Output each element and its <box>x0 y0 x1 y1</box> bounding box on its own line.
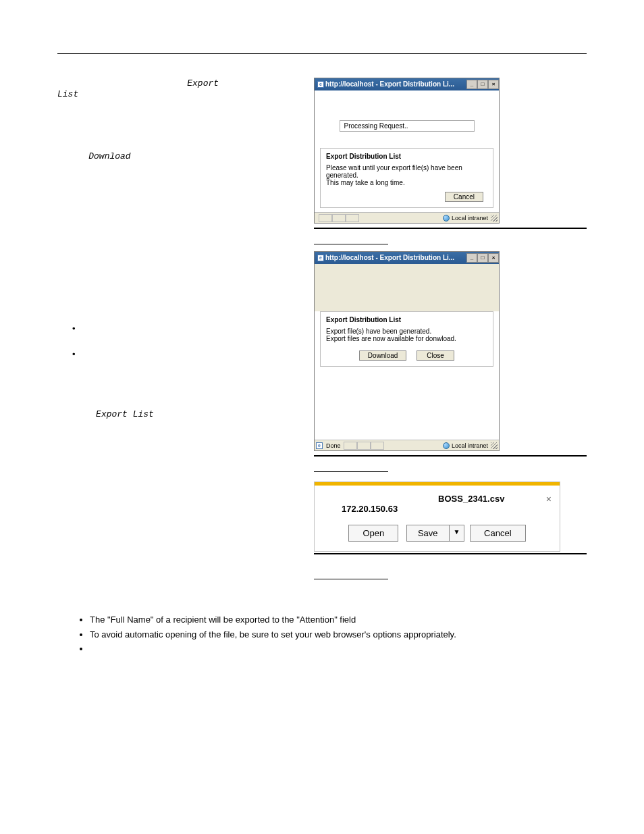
fig2-prefix: Figure 7-35 <box>314 461 359 470</box>
dl-mid: from <box>507 494 525 504</box>
download-word: Download <box>88 151 130 161</box>
fig3-prefix: Figure 7-36 <box>314 558 359 568</box>
download-progress-dialog: e http://localhost - Export Distribution… <box>314 251 500 451</box>
ie-icon: e <box>317 255 324 261</box>
zone-text: Local intranet <box>452 215 488 221</box>
processing-box: Processing Request.. <box>340 120 475 132</box>
step5-cancel: Cancel <box>196 88 225 99</box>
dialog2-msg2: Export files are now available for donwl… <box>326 335 487 342</box>
chapter-title: Distribution List Maintenance <box>481 14 587 23</box>
export-processing-dialog: e http://localhost - Export Distribution… <box>314 78 500 224</box>
done-icon: e <box>316 442 323 449</box>
note3-e: for an explanation and a list of fields … <box>207 656 410 666</box>
note-item: The "Full Name" of a recipient will be e… <box>90 614 587 626</box>
dl-open-button[interactable]: Open <box>348 525 398 542</box>
status-cell <box>371 442 384 450</box>
dialog2-msg1: Export file(s) have been generated. <box>326 328 487 335</box>
chapter-prefix: Chapter 7: <box>443 14 481 23</box>
status-cell <box>319 214 332 222</box>
done-text: Done <box>326 442 341 449</box>
step5-pre: 5. A second window opens. Click <box>57 78 185 88</box>
minimize-button[interactable]: _ <box>466 253 477 263</box>
bullet-marker: • <box>57 349 78 369</box>
bullet-save: Click Save or Save As to save the file t… <box>78 349 306 369</box>
status-cell <box>357 442 371 450</box>
dialog2-download-button[interactable]: Download <box>359 350 406 361</box>
bullet-marker: • <box>57 323 77 344</box>
fig1-title: Export Distribution List Processing Wind… <box>359 233 529 242</box>
resize-grip[interactable] <box>491 215 498 221</box>
step5-t1: to begin the process. Or click <box>81 88 196 99</box>
dialog2-fieldset-title: Export Distribution List <box>326 316 487 323</box>
step7-pre: 7. On the <box>57 409 96 419</box>
dl-pretext: Do you want to open or save <box>324 494 438 504</box>
zone-icon <box>443 442 450 449</box>
file-download-bar: Do you want to open or save BOSS_2341.cs… <box>314 481 560 552</box>
step6-pre: 6. Click <box>57 151 88 161</box>
note-item: Only the General tab fields will be expo… <box>90 643 587 667</box>
exportlist-word: Export List <box>96 409 154 419</box>
close-button[interactable]: × <box>488 253 499 263</box>
resize-grip[interactable] <box>491 442 498 449</box>
dl-save-button[interactable]: Save <box>406 525 450 542</box>
dialog1-cancel-button[interactable]: Cancel <box>445 192 483 202</box>
dialog1-msg2: This may take a long time. <box>326 179 487 186</box>
note3-a: Only the <box>90 644 125 654</box>
fig3-example: (example) <box>314 568 587 577</box>
export-word: Export <box>187 78 219 88</box>
fig2-title: Download Progress Window <box>359 461 468 470</box>
bullet-open: Click Open to open the file in an applic… <box>77 323 306 344</box>
dialog1-title: http://localhost - Export Distribution L… <box>325 78 466 90</box>
status-cell <box>346 214 359 222</box>
close-button[interactable]: × <box>488 80 499 89</box>
dl-host: 172.20.150.63 <box>342 504 398 514</box>
minimize-button[interactable]: _ <box>466 80 477 89</box>
dl-close-icon[interactable]: × <box>546 494 552 504</box>
dl-tail: ? <box>400 504 405 514</box>
dialog2-title: http://localhost - Export Distribution L… <box>325 252 466 264</box>
dl-filename: BOSS_2341.csv <box>438 494 504 504</box>
maximize-button[interactable]: □ <box>477 80 488 89</box>
list-word: List <box>57 89 78 99</box>
dialog1-msg1: Please wait until your export file(s) ha… <box>326 164 487 179</box>
notes-heading: Notes: <box>57 600 587 610</box>
note-item: To avoid automatic opening of the file, … <box>90 629 587 641</box>
step5-body: 5. A second window opens. Click Export L… <box>57 78 299 120</box>
status-cell <box>332 214 346 222</box>
dialog2-close-button[interactable]: Close <box>417 350 454 361</box>
dl-save-dropdown[interactable]: ▼ <box>450 525 465 542</box>
fig3-title: File Download Open/Save Window Example <box>359 558 527 568</box>
step7-close: Close <box>209 409 233 419</box>
header-divider <box>57 53 587 54</box>
note3-b: General <box>125 644 157 654</box>
zone-text: Local intranet <box>452 442 488 449</box>
step7-mid: window, click <box>157 409 210 419</box>
zone-icon <box>443 215 450 221</box>
note3-d: Appendix D <box>159 656 204 666</box>
maximize-button[interactable]: □ <box>477 253 488 263</box>
dl-cancel-button[interactable]: Cancel <box>470 525 525 542</box>
ie-icon: e <box>317 81 324 88</box>
dialog1-fieldset-title: Export Distribution List <box>326 153 487 160</box>
fig1-prefix: Figure 7-34 <box>314 233 359 242</box>
status-cell <box>344 442 357 450</box>
